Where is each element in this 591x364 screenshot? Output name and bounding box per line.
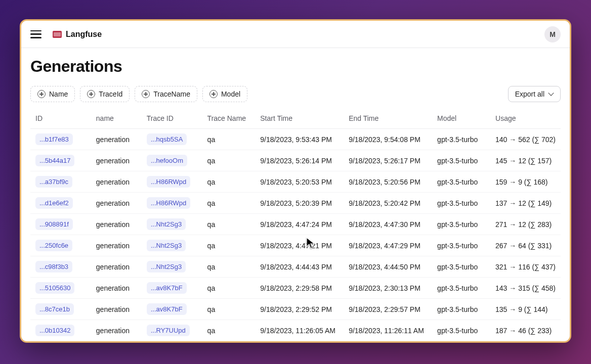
id-chip[interactable]: ...b1f7e83 bbox=[35, 133, 73, 145]
filter-name[interactable]: Name bbox=[30, 86, 75, 102]
cell-model: gpt-3.5-turbo bbox=[432, 150, 490, 171]
cell-usage: 271 → 12 (∑ 283) bbox=[490, 214, 561, 235]
table-row[interactable]: ...250fc6egeneration...Nht2Sg3qa9/18/202… bbox=[30, 235, 561, 256]
brand-logo-icon bbox=[53, 31, 62, 38]
cell-end: 9/18/2023, 4:47:29 PM bbox=[344, 235, 432, 256]
cell-usage: 159 → 9 (∑ 168) bbox=[490, 171, 561, 193]
id-chip[interactable]: ...5b44a17 bbox=[35, 155, 74, 166]
cell-usage: 140 → 562 (∑ 702) bbox=[490, 129, 561, 150]
trace-id-chip[interactable]: ...Nht2Sg3 bbox=[147, 261, 186, 272]
cell-end: 9/18/2023, 5:26:17 PM bbox=[344, 150, 432, 171]
cell-trace-name: qa bbox=[202, 278, 256, 299]
trace-id-chip[interactable]: ...H86RWpd bbox=[147, 176, 191, 188]
cell-model: gpt-3.5-turbo bbox=[432, 129, 490, 150]
id-chip[interactable]: ...908891f bbox=[35, 218, 73, 230]
id-chip[interactable]: ...d1e6ef2 bbox=[35, 197, 73, 209]
cell-end: 9/18/2023, 11:26:11 AM bbox=[344, 320, 432, 341]
cell-model: gpt-3.5-turbo bbox=[432, 299, 490, 320]
table-row[interactable]: ...c98f3b3generation...Nht2Sg3qa9/18/202… bbox=[30, 256, 561, 278]
trace-id-chip[interactable]: ...Nht2Sg3 bbox=[147, 218, 186, 230]
table-row[interactable]: ...d1e6ef2generation...H86RWpdqa9/18/202… bbox=[30, 193, 561, 214]
cell-name: generation bbox=[91, 299, 142, 320]
generations-table: ID name Trace ID Trace Name Start Time E… bbox=[30, 108, 561, 341]
trace-id-chip[interactable]: ...Nht2Sg3 bbox=[147, 240, 186, 251]
table-row[interactable]: ...0b10342generation...RY7UUpdqa9/18/202… bbox=[30, 320, 561, 341]
cell-name: generation bbox=[91, 129, 142, 150]
cell-name: generation bbox=[91, 150, 142, 171]
menu-icon[interactable] bbox=[30, 30, 41, 38]
cell-model: gpt-3.5-turbo bbox=[432, 214, 490, 235]
trace-id-chip[interactable]: ...av8K7bF bbox=[147, 282, 187, 294]
id-chip[interactable]: ...8c7ce1b bbox=[35, 303, 74, 315]
cell-trace-name: qa bbox=[202, 129, 256, 150]
col-start[interactable]: Start Time bbox=[255, 108, 344, 129]
cell-trace-name: qa bbox=[202, 235, 256, 256]
cell-end: 9/18/2023, 5:20:42 PM bbox=[344, 193, 432, 214]
col-name[interactable]: name bbox=[91, 108, 142, 129]
trace-id-chip[interactable]: ...av8K7bF bbox=[147, 303, 187, 315]
cell-usage: 145 → 12 (∑ 157) bbox=[490, 150, 561, 171]
cell-start: 9/18/2023, 5:26:14 PM bbox=[255, 150, 344, 171]
cell-start: 9/18/2023, 2:29:52 PM bbox=[255, 299, 344, 320]
cell-start: 9/18/2023, 9:53:43 PM bbox=[255, 129, 344, 150]
avatar[interactable]: M bbox=[544, 26, 561, 42]
cell-model: gpt-3.5-turbo bbox=[432, 320, 490, 341]
id-chip[interactable]: ...250fc6e bbox=[35, 240, 72, 251]
cell-trace-name: qa bbox=[202, 299, 256, 320]
avatar-initial: M bbox=[550, 30, 556, 38]
cell-trace-name: qa bbox=[202, 171, 256, 193]
export-all-button[interactable]: Export all bbox=[508, 86, 561, 102]
trace-id-chip[interactable]: ...hqsb5SA bbox=[147, 133, 187, 145]
cell-name: generation bbox=[91, 256, 142, 278]
chevron-down-icon bbox=[548, 92, 554, 97]
cell-trace-name: qa bbox=[202, 320, 256, 341]
cell-start: 9/18/2023, 2:29:58 PM bbox=[255, 278, 344, 299]
plus-circle-icon bbox=[209, 90, 218, 98]
cell-end: 9/18/2023, 9:54:08 PM bbox=[344, 129, 432, 150]
filter-label: TraceName bbox=[153, 90, 190, 98]
cell-usage: 143 → 315 (∑ 458) bbox=[490, 278, 561, 299]
table-wrap: ID name Trace ID Trace Name Start Time E… bbox=[30, 108, 561, 341]
filter-tracename[interactable]: TraceName bbox=[135, 86, 197, 102]
cell-start: 9/18/2023, 4:44:43 PM bbox=[255, 256, 344, 278]
brand-name: Langfuse bbox=[66, 30, 102, 39]
cell-model: gpt-3.5-turbo bbox=[432, 278, 490, 299]
cell-trace-name: qa bbox=[202, 193, 256, 214]
cell-usage: 187 → 46 (∑ 233) bbox=[490, 320, 561, 341]
id-chip[interactable]: ...5105630 bbox=[35, 282, 74, 294]
app-window: Langfuse M Generations Name TraceId Trac… bbox=[20, 19, 571, 343]
cell-name: generation bbox=[91, 278, 142, 299]
filter-label: TraceId bbox=[99, 90, 122, 98]
table-row[interactable]: ...b1f7e83generation...hqsb5SAqa9/18/202… bbox=[30, 129, 561, 150]
id-chip[interactable]: ...c98f3b3 bbox=[35, 261, 72, 272]
id-chip[interactable]: ...0b10342 bbox=[35, 325, 74, 336]
table-row[interactable]: ...a37bf9cgeneration...H86RWpdqa9/18/202… bbox=[30, 171, 561, 193]
trace-id-chip[interactable]: ...RY7UUpd bbox=[147, 325, 190, 336]
table-row[interactable]: ...908891fgeneration...Nht2Sg3qa9/18/202… bbox=[30, 214, 561, 235]
filter-traceid[interactable]: TraceId bbox=[80, 86, 130, 102]
col-trace-id[interactable]: Trace ID bbox=[142, 108, 202, 129]
cell-name: generation bbox=[91, 214, 142, 235]
col-model[interactable]: Model bbox=[432, 108, 490, 129]
cell-usage: 135 → 9 (∑ 144) bbox=[490, 299, 561, 320]
cell-usage: 321 → 116 (∑ 437) bbox=[490, 256, 561, 278]
cell-trace-name: qa bbox=[202, 256, 256, 278]
filter-model[interactable]: Model bbox=[202, 86, 247, 102]
table-row[interactable]: ...8c7ce1bgeneration...av8K7bFqa9/18/202… bbox=[30, 299, 561, 320]
table-row[interactable]: ...5b44a17generation...hefooOmqa9/18/202… bbox=[30, 150, 561, 171]
trace-id-chip[interactable]: ...hefooOm bbox=[147, 155, 187, 166]
id-chip[interactable]: ...a37bf9c bbox=[35, 176, 72, 188]
col-id[interactable]: ID bbox=[30, 108, 91, 129]
cell-name: generation bbox=[91, 193, 142, 214]
trace-id-chip[interactable]: ...H86RWpd bbox=[147, 197, 191, 209]
cell-name: generation bbox=[91, 171, 142, 193]
cell-start: 9/18/2023, 4:47:24 PM bbox=[255, 214, 344, 235]
export-label: Export all bbox=[515, 90, 544, 98]
col-trace-name[interactable]: Trace Name bbox=[202, 108, 256, 129]
topbar: Langfuse M bbox=[21, 21, 570, 48]
table-row[interactable]: ...5105630generation...av8K7bFqa9/18/202… bbox=[30, 278, 561, 299]
brand[interactable]: Langfuse bbox=[53, 30, 102, 39]
col-usage[interactable]: Usage bbox=[490, 108, 561, 129]
cell-model: gpt-3.5-turbo bbox=[432, 256, 490, 278]
col-end[interactable]: End Time bbox=[344, 108, 432, 129]
